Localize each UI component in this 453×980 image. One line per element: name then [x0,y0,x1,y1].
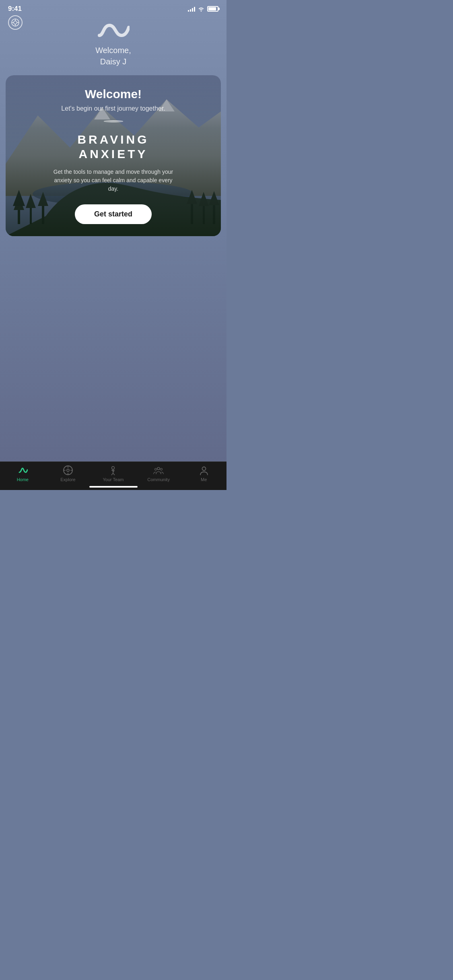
your-team-tab-label: Your Team [103,477,124,482]
community-icon [153,465,164,476]
me-tab-label: Me [201,477,207,482]
community-tab-label: Community [147,477,170,482]
signal-icon [188,6,195,12]
svg-point-36 [157,467,160,470]
me-icon [199,465,209,476]
home-tab-label: Home [17,477,29,482]
card-subtitle: Let's begin our first journey together. [61,105,165,112]
tab-your-team[interactable]: Your Team [91,465,136,482]
home-indicator [89,486,138,488]
explore-icon [63,465,73,476]
your-team-icon [108,465,118,476]
svg-point-31 [112,467,115,469]
tab-community[interactable]: Community [136,465,181,482]
battery-icon [207,6,218,12]
status-bar: 9:41 [0,0,226,15]
card-welcome-heading: Welcome! [85,87,142,101]
status-icons [188,6,218,12]
status-time: 9:41 [8,5,22,13]
tab-me[interactable]: Me [181,465,226,482]
program-description: Get the tools to manage and move through… [53,168,174,193]
svg-point-26 [67,469,69,471]
tab-home[interactable]: Home [0,465,45,482]
wifi-icon [198,6,205,12]
logo-squiggle [97,19,130,41]
get-started-button[interactable]: Get started [75,204,152,224]
svg-point-1 [14,21,17,24]
svg-point-39 [202,467,206,471]
program-title: BRAVING ANXIETY [77,132,149,161]
circle-icon [104,120,123,122]
svg-line-34 [111,473,113,475]
svg-point-37 [155,468,157,470]
card-content: Welcome! Let's begin our first journey t… [6,75,221,236]
svg-line-35 [113,473,115,475]
header: Welcome, Daisy J [0,15,226,75]
tab-explore[interactable]: Explore [45,465,91,482]
main-card: Welcome! Let's begin our first journey t… [6,75,221,236]
home-icon [17,465,28,476]
svg-point-38 [161,468,163,470]
welcome-text: Welcome, Daisy J [95,45,131,67]
help-icon[interactable] [8,15,23,30]
explore-tab-label: Explore [60,477,75,482]
